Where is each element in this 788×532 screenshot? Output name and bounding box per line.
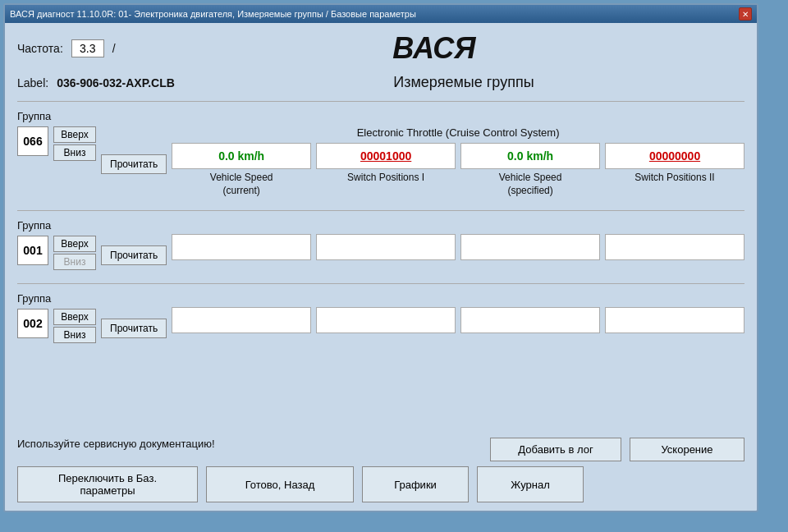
field-066-1: 00001000 bbox=[316, 143, 456, 169]
divider1 bbox=[17, 101, 744, 102]
bottom-row2: Переключить в Баз. параметры Готово, Наз… bbox=[17, 466, 744, 502]
field-label-066-1: Switch Positions I bbox=[316, 172, 456, 197]
field-001-2 bbox=[460, 234, 600, 260]
data-section-001 bbox=[172, 234, 744, 260]
acceleration-button[interactable]: Ускорение bbox=[630, 438, 744, 461]
fields-row-066: 0.0 km/h 00001000 0.0 km/h 00000000 bbox=[172, 143, 744, 169]
group-header-066: Группа bbox=[17, 110, 744, 122]
bottom-row1: Используйте сервисную документацию! Доба… bbox=[17, 438, 744, 461]
group-label-002: Группа bbox=[17, 292, 51, 305]
field-002-3 bbox=[605, 307, 744, 333]
field-066-0: 0.0 km/h bbox=[172, 143, 311, 169]
field-066-3: 00000000 bbox=[605, 143, 744, 169]
journal-button[interactable]: Журнал bbox=[477, 466, 584, 502]
field-066-2: 0.0 km/h bbox=[460, 143, 600, 169]
btn-read-066[interactable]: Прочитать bbox=[101, 154, 167, 174]
group-block-002: Группа 002 Вверх Вниз Прочитать bbox=[17, 292, 744, 343]
group-header-001: Группа bbox=[17, 219, 744, 232]
group-num-002: 002 bbox=[17, 309, 48, 338]
btn-up-066[interactable]: Вверх bbox=[53, 126, 96, 143]
main-window: ВАСЯ диагност 11.10.0R: 01- Электроника … bbox=[3, 3, 758, 512]
fields-row-001 bbox=[172, 234, 744, 260]
freq-slash: / bbox=[112, 42, 116, 55]
btn-down-001[interactable]: Вниз bbox=[53, 254, 96, 270]
group-inner-001: 001 Вверх Вниз Прочитать bbox=[17, 234, 744, 270]
field-label-066-0: Vehicle Speed(current) bbox=[172, 172, 311, 197]
label-key: Label: bbox=[17, 76, 48, 89]
field-value-066-3: 00000000 bbox=[649, 149, 700, 163]
btn-up-002[interactable]: Вверх bbox=[53, 309, 96, 325]
group-label-001: Группа bbox=[17, 219, 51, 232]
group-block-066: Группа 066 Вверх Вниз Прочитать Electron… bbox=[17, 110, 744, 197]
field-value-066-0: 0.0 km/h bbox=[218, 149, 264, 163]
fields-row-002 bbox=[172, 307, 744, 333]
btn-col-066: Вверх Вниз bbox=[53, 126, 96, 161]
app-title: ВАСЯ bbox=[124, 31, 744, 66]
section-title: Измеряемые группы bbox=[183, 74, 744, 91]
charts-button[interactable]: Графики bbox=[362, 466, 469, 502]
data-section-002 bbox=[172, 307, 744, 333]
header-row: Частота: 3.3 / ВАСЯ bbox=[17, 31, 744, 66]
divider3 bbox=[17, 283, 744, 284]
add-log-button[interactable]: Добавить в лог bbox=[490, 438, 621, 461]
field-label-066-3: Switch Positions II bbox=[605, 172, 744, 197]
switch-base-button[interactable]: Переключить в Баз. параметры bbox=[17, 466, 198, 502]
field-002-0 bbox=[172, 307, 311, 333]
group-num-066: 066 bbox=[17, 126, 48, 156]
freq-label: Частота: bbox=[17, 42, 63, 55]
field-value-066-1: 00001000 bbox=[360, 149, 411, 163]
btn-read-001[interactable]: Прочитать bbox=[101, 245, 167, 265]
freq-value: 3.3 bbox=[71, 39, 104, 57]
group-inner-066: 066 Вверх Вниз Прочитать Electronic Thro… bbox=[17, 125, 744, 197]
btn-col-001: Вверх Вниз bbox=[53, 236, 96, 270]
label-row: Label: 036-906-032-AXP.CLB Измеряемые гр… bbox=[17, 74, 744, 91]
field-001-0 bbox=[172, 234, 311, 260]
group-num-001: 001 bbox=[17, 236, 48, 265]
content-area: Частота: 3.3 / ВАСЯ Label: 036-906-032-A… bbox=[5, 23, 757, 511]
btn-down-002[interactable]: Вниз bbox=[53, 327, 96, 343]
label-value: 036-906-032-AXP.CLB bbox=[57, 76, 175, 89]
btn-col-002: Вверх Вниз bbox=[53, 309, 96, 343]
field-001-1 bbox=[316, 234, 456, 260]
field-001-3 bbox=[605, 234, 744, 260]
data-section-066: Electronic Throttle (Cruise Control Syst… bbox=[172, 125, 744, 197]
title-text: ВАСЯ диагност 11.10.0R: 01- Электроника … bbox=[10, 9, 416, 19]
btn-read-002[interactable]: Прочитать bbox=[101, 319, 167, 338]
group-inner-002: 002 Вверх Вниз Прочитать bbox=[17, 307, 744, 343]
field-002-1 bbox=[316, 307, 456, 333]
divider2 bbox=[17, 210, 744, 211]
bottom-area: Используйте сервисную документацию! Доба… bbox=[17, 431, 744, 502]
group-block-001: Группа 001 Вверх Вниз Прочитать bbox=[17, 219, 744, 270]
title-bar: ВАСЯ диагност 11.10.0R: 01- Электроника … bbox=[5, 5, 757, 23]
field-label-066-2: Vehicle Speed(specified) bbox=[460, 172, 600, 197]
field-002-2 bbox=[460, 307, 600, 333]
field-value-066-2: 0.0 km/h bbox=[507, 149, 553, 163]
btn-down-066[interactable]: Вниз bbox=[53, 144, 96, 161]
system-label-066: Electronic Throttle (Cruise Control Syst… bbox=[172, 125, 744, 140]
field-labels-066: Vehicle Speed(current) Switch Positions … bbox=[172, 172, 744, 197]
group-label-066: Группа bbox=[17, 110, 51, 122]
info-text: Используйте сервисную документацию! bbox=[17, 438, 482, 455]
btn-up-001[interactable]: Вверх bbox=[53, 236, 96, 252]
group-header-002: Группа bbox=[17, 292, 744, 305]
done-back-button[interactable]: Готово, Назад bbox=[206, 466, 354, 502]
close-button[interactable]: ✕ bbox=[739, 7, 752, 21]
